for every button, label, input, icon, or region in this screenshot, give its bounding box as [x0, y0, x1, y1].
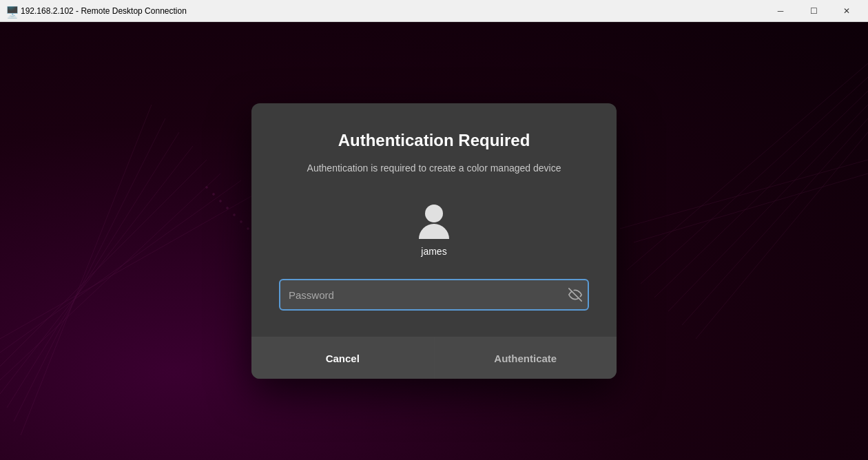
- app-icon: 🖥️: [6, 6, 17, 17]
- close-button[interactable]: ✕: [831, 0, 862, 22]
- username-label: james: [421, 246, 446, 257]
- avatar-head: [425, 205, 443, 222]
- window-title: 192.168.2.102 - Remote Desktop Connectio…: [21, 6, 187, 16]
- window-controls: ─ ☐ ✕: [765, 0, 862, 22]
- dialog-footer: Cancel Authenticate: [251, 337, 617, 379]
- dialog-body: Authentication Required Authentication i…: [251, 103, 617, 337]
- password-input[interactable]: [279, 279, 589, 311]
- eye-slash-icon: [568, 288, 582, 302]
- dialog-subtitle: Authentication is required to create a c…: [307, 161, 561, 176]
- window-title-area: 🖥️ 192.168.2.102 - Remote Desktop Connec…: [6, 6, 187, 17]
- minimize-button[interactable]: ─: [765, 0, 796, 22]
- modal-wrapper: Authentication Required Authentication i…: [0, 22, 868, 460]
- avatar-icon: [412, 195, 456, 239]
- user-avatar: james: [412, 195, 456, 273]
- restore-button[interactable]: ☐: [798, 0, 829, 22]
- dialog-title: Authentication Required: [338, 131, 530, 150]
- cancel-button[interactable]: Cancel: [251, 337, 435, 379]
- auth-dialog: Authentication Required Authentication i…: [251, 103, 617, 379]
- authenticate-button[interactable]: Authenticate: [435, 337, 617, 379]
- window-titlebar: 🖥️ 192.168.2.102 - Remote Desktop Connec…: [0, 0, 868, 22]
- avatar-body: [419, 224, 449, 239]
- password-field-wrapper: [279, 279, 589, 311]
- toggle-password-visibility-button[interactable]: [568, 288, 582, 302]
